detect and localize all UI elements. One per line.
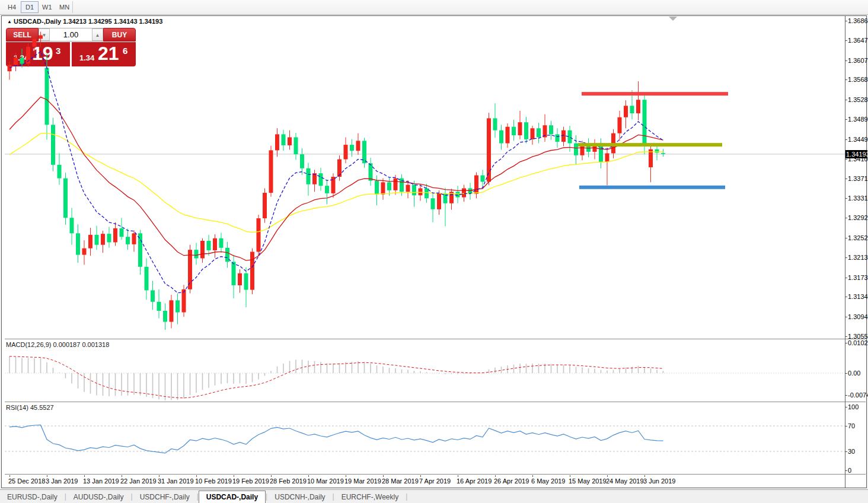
rsi-axis-label: 70 bbox=[848, 422, 855, 429]
candle-body bbox=[661, 153, 665, 154]
date-axis-label: 16 Apr 2019 bbox=[457, 477, 492, 485]
date-axis-label: 24 May 2019 bbox=[606, 477, 644, 485]
price-axis-label: 1.32520 bbox=[848, 234, 868, 241]
date-axis-label: 7 Apr 2019 bbox=[419, 477, 451, 485]
price-axis-label: 1.33310 bbox=[848, 195, 868, 202]
date-axis-label: 31 Jan 2019 bbox=[158, 477, 194, 485]
chart-tab-usdcaddaily[interactable]: USDCAD-,Daily bbox=[199, 491, 266, 503]
candle-body bbox=[39, 35, 43, 39]
rsi-axis-label-tick bbox=[845, 407, 847, 408]
candle-body bbox=[431, 198, 435, 209]
rsi-axis-label: 30 bbox=[848, 448, 855, 455]
date-axis-label: 10 Mar 2019 bbox=[307, 477, 344, 485]
candle-body bbox=[257, 218, 261, 252]
chart-tab-audusddaily[interactable]: AUDUSD-,Daily bbox=[66, 491, 131, 503]
price-axis-label-tick bbox=[845, 21, 847, 21]
price-axis-label-tick bbox=[845, 79, 847, 80]
candle-body bbox=[462, 188, 466, 197]
chart-tab-usdcnhdaily[interactable]: USDCNH-,Daily bbox=[267, 491, 332, 503]
broken-support-line[interactable] bbox=[578, 143, 722, 147]
candle-body bbox=[138, 233, 142, 266]
price-axis-label: 1.36470 bbox=[848, 37, 868, 44]
pane-separator[interactable] bbox=[5, 474, 866, 475]
candle-body bbox=[605, 153, 609, 161]
macd-axis-label-tick bbox=[845, 373, 847, 374]
candle-body bbox=[163, 311, 167, 322]
candle-body bbox=[232, 262, 236, 285]
candle-body bbox=[474, 176, 478, 194]
candle-body bbox=[369, 163, 373, 181]
timeframe-button-mn[interactable]: MN bbox=[55, 1, 74, 13]
price-axis-label-tick bbox=[845, 40, 847, 41]
price-axis-border bbox=[845, 16, 845, 488]
candle-body bbox=[126, 237, 130, 244]
candle-body bbox=[58, 165, 62, 179]
price-axis-label: 1.31340 bbox=[848, 293, 868, 300]
candle-body bbox=[574, 144, 578, 155]
timeframe-button-d1[interactable]: D1 bbox=[21, 1, 39, 13]
candle-body bbox=[219, 238, 224, 248]
timeframe-button-h4[interactable]: H4 bbox=[4, 1, 20, 13]
candle-body bbox=[157, 302, 161, 311]
candle-body bbox=[499, 130, 503, 144]
candle-body bbox=[294, 137, 298, 154]
price-axis-label-tick bbox=[845, 119, 847, 120]
chart-tab-usdchfdaily[interactable]: USDCHF-,Daily bbox=[133, 491, 197, 503]
candle-body bbox=[275, 134, 279, 150]
candle-body bbox=[175, 300, 180, 312]
candle-body bbox=[113, 228, 117, 243]
candle-body bbox=[356, 141, 360, 151]
candle-body bbox=[213, 238, 217, 250]
price-axis-label-tick bbox=[845, 61, 847, 61]
candle-body bbox=[300, 154, 304, 168]
date-axis-label: 3 Jun 2019 bbox=[643, 477, 675, 485]
candle-body bbox=[412, 185, 416, 196]
candle-body bbox=[194, 250, 199, 258]
price-chart-canvas[interactable] bbox=[5, 16, 845, 339]
date-axis-label: 10 Feb 2019 bbox=[195, 477, 232, 485]
candle-body bbox=[325, 186, 329, 193]
price-axis-label: 1.34890 bbox=[848, 116, 868, 123]
candle-body bbox=[512, 127, 516, 135]
resistance-line[interactable] bbox=[582, 92, 728, 95]
candle-body bbox=[288, 137, 292, 145]
price-axis-label-tick bbox=[845, 317, 847, 317]
timeframe-button-w1[interactable]: W1 bbox=[38, 1, 56, 13]
rsi-pane[interactable] bbox=[5, 402, 845, 475]
candle-body bbox=[14, 58, 18, 65]
candle-body bbox=[618, 117, 622, 133]
candle-body bbox=[307, 168, 311, 184]
candle-body bbox=[624, 106, 628, 117]
price-axis-label: 1.35680 bbox=[848, 76, 868, 83]
macd-pane[interactable] bbox=[5, 339, 845, 402]
candle-body bbox=[250, 252, 254, 290]
candle-body bbox=[238, 273, 242, 285]
rsi-axis-label-tick bbox=[845, 470, 847, 471]
macd-signal-line bbox=[9, 356, 663, 398]
price-axis-label: 1.36070 bbox=[848, 57, 868, 64]
price-axis-label-tick bbox=[845, 238, 847, 238]
price-axis-label: 1.32130 bbox=[848, 254, 868, 261]
price-axis-label: 1.36860 bbox=[848, 17, 868, 24]
price-axis-label-tick bbox=[845, 257, 847, 258]
price-axis-label: 1.32920 bbox=[848, 214, 868, 221]
candle-body bbox=[145, 267, 149, 291]
date-axis-label: 28 Mar 2019 bbox=[382, 477, 419, 485]
pane-separator[interactable] bbox=[5, 402, 866, 403]
chart-tab-eurusddaily[interactable]: EURUSD-,Daily bbox=[0, 491, 65, 503]
candle-body bbox=[337, 160, 342, 177]
pane-separator[interactable] bbox=[5, 339, 866, 340]
candle-body bbox=[331, 177, 336, 193]
time-axis[interactable]: 25 Dec 20183 Jan 201913 Jan 201922 Jan 2… bbox=[5, 475, 845, 488]
candle-body bbox=[51, 125, 55, 164]
candle-body bbox=[95, 235, 99, 245]
chart-tab-eurchfweekly[interactable]: EURCHF-,Weekly bbox=[334, 491, 406, 503]
macd-axis-label-tick bbox=[845, 395, 847, 396]
support-line[interactable] bbox=[579, 186, 725, 189]
date-axis-label: 13 Jan 2019 bbox=[83, 477, 119, 485]
rsi-axis-label-tick bbox=[845, 426, 847, 426]
date-axis-label: 6 May 2019 bbox=[531, 477, 565, 485]
date-axis-label: 22 Jan 2019 bbox=[120, 477, 157, 485]
candle-body bbox=[630, 106, 634, 113]
ma-fast-line[interactable] bbox=[9, 52, 663, 293]
